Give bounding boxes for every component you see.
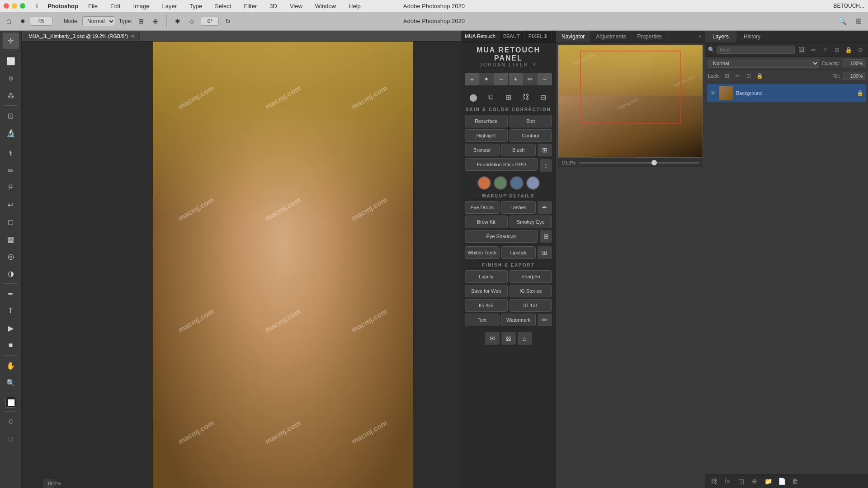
mua-browkit-button[interactable]: Brow Kit — [465, 216, 508, 228]
layer-row-background[interactable]: 👁 Background 🔒 — [707, 84, 866, 102]
mua-watermark-icon[interactable]: ✏ — [538, 314, 552, 326]
tab-properties[interactable]: Properties — [632, 31, 668, 42]
mua-lashes-button[interactable]: Lashes — [501, 201, 536, 214]
mua-blush-icon[interactable]: ⊞ — [538, 144, 552, 156]
mua-minus-button-2[interactable]: − — [538, 73, 552, 85]
tab-navigator[interactable]: Navigator — [556, 31, 590, 42]
move-tool[interactable]: ✛ — [3, 33, 19, 49]
tab-layers[interactable]: Layers — [705, 31, 736, 42]
gradient-tool[interactable]: ▦ — [3, 231, 19, 247]
path-select-tool[interactable]: ▶ — [3, 320, 19, 336]
type-grid-button[interactable]: ⊞ — [136, 16, 146, 26]
home-button[interactable]: ⌂ — [4, 15, 14, 27]
minimize-button[interactable] — [12, 3, 17, 9]
mode-select[interactable]: Normal — [82, 16, 115, 26]
shape-tool[interactable]: ■ — [3, 337, 19, 353]
layers-group-button[interactable]: 📁 — [762, 476, 774, 486]
marquee-tool[interactable]: ⬜ — [3, 53, 19, 69]
history-brush-tool[interactable]: ↩ — [3, 197, 19, 213]
lasso-tool[interactable]: ⌾ — [3, 70, 19, 86]
menu-help[interactable]: Help — [346, 2, 363, 10]
mua-add-button-2[interactable]: + — [509, 73, 523, 85]
magic-wand-tool[interactable]: ⁂ — [3, 87, 19, 103]
menu-3d[interactable]: 3D — [267, 2, 280, 10]
crop-tool[interactable]: ⊡ — [3, 108, 19, 124]
layers-new-button[interactable]: 📄 — [776, 476, 788, 486]
layers-filter-shape[interactable]: ⊞ — [832, 45, 842, 55]
mua-lipstick-icon[interactable]: ⊞ — [538, 246, 552, 259]
tab-adjustments[interactable]: Adjustments — [590, 31, 632, 42]
mua-add-button-1[interactable]: + — [465, 73, 479, 85]
mua-tab-retouch[interactable]: MUA Retouch — [461, 31, 500, 42]
mua-bottom-icon-1[interactable]: ✉ — [485, 332, 500, 345]
menu-view[interactable]: View — [287, 2, 305, 10]
fullscreen-button[interactable] — [20, 3, 25, 9]
tab-history[interactable]: History — [736, 31, 768, 42]
layers-filter-pixel[interactable]: 🖼 — [797, 45, 807, 55]
mua-contour-button[interactable]: Contour — [509, 129, 552, 142]
nav-zoom-slider[interactable] — [579, 162, 699, 164]
layers-filter-smart[interactable]: 🔒 — [844, 45, 854, 55]
mua-tab-pixel[interactable]: PIXEL JI — [525, 31, 552, 42]
mua-sharpen-button[interactable]: Sharpen — [509, 270, 552, 283]
hand-tool[interactable]: ✋ — [3, 357, 19, 374]
stamp-button[interactable]: ✱ — [172, 16, 183, 26]
clone-stamp-tool[interactable]: ⎘ — [3, 179, 19, 196]
mua-bottom-icon-2[interactable]: ⊠ — [501, 332, 516, 345]
layers-adjustment-button[interactable]: ⊕ — [749, 476, 760, 486]
mua-resurface-button[interactable]: Resurface — [465, 115, 508, 127]
menu-filter[interactable]: Filter — [241, 2, 259, 10]
mua-blush-button[interactable]: Blush — [501, 144, 536, 156]
search-button[interactable]: 🔍 — [835, 15, 849, 27]
layers-filter-text[interactable]: T — [820, 45, 830, 55]
layers-filter-adjust[interactable]: ✏ — [808, 45, 818, 55]
blur-tool[interactable]: ◎ — [3, 248, 19, 264]
mua-color-2[interactable] — [494, 176, 507, 190]
text-tool[interactable]: T — [3, 303, 19, 319]
mua-color-4[interactable] — [526, 176, 540, 190]
zoom-tool[interactable]: 🔍 — [3, 375, 19, 391]
mua-lashes-icon[interactable]: ✒ — [538, 201, 552, 214]
layers-delete-button[interactable]: 🗑 — [789, 476, 801, 486]
mua-blot-button[interactable]: Blot — [509, 115, 552, 127]
lock-pixels-button[interactable]: ⊞ — [722, 71, 731, 80]
tab-close-button[interactable]: ✕ — [131, 33, 135, 39]
menu-type[interactable]: Type — [187, 2, 205, 10]
workspace-button[interactable]: ⊞ — [853, 15, 864, 27]
mua-minus-button-1[interactable]: − — [494, 73, 508, 85]
mua-tab-beaut[interactable]: BEAUT' — [500, 31, 525, 42]
layer-visibility-icon[interactable]: 👁 — [710, 89, 716, 97]
menu-layer[interactable]: Layer — [160, 2, 180, 10]
layers-fill-input[interactable] — [843, 72, 865, 80]
lock-artboard-button[interactable]: ⊡ — [744, 71, 753, 80]
mua-sun-button[interactable]: ✦ — [479, 73, 494, 85]
mua-color-1[interactable] — [477, 176, 491, 190]
type-target-button[interactable]: ⊕ — [150, 16, 161, 26]
mua-eyeshadows-icon[interactable]: ⊞ — [540, 230, 552, 243]
mua-texture-button[interactable]: ⧉ — [484, 91, 498, 103]
mua-eyeshadows-button[interactable]: Eye Shadows — [465, 230, 538, 243]
brush-tool-button[interactable]: ● — [18, 15, 28, 27]
layers-blend-mode[interactable]: Normal — [708, 59, 819, 68]
mua-ig-4x5-button[interactable]: IG 4x5 — [465, 299, 508, 312]
mua-grid-button[interactable]: ⊟ — [536, 91, 551, 103]
healing-tool[interactable]: ⚕ — [3, 145, 19, 161]
mua-liquify-button[interactable]: Liquify — [465, 270, 508, 283]
mua-ig-stories-button[interactable]: IG Stories — [509, 285, 552, 297]
foreground-color[interactable] — [5, 397, 16, 408]
pen-tool[interactable]: ✒ — [3, 286, 19, 302]
mua-pencil-button[interactable]: ✏ — [523, 73, 538, 85]
menu-window[interactable]: Window — [312, 2, 339, 10]
menu-image[interactable]: Image — [130, 2, 152, 10]
layers-fx-button[interactable]: fx — [722, 476, 733, 486]
quick-mask-tool[interactable]: ⬡ — [3, 413, 19, 430]
info-panel-close[interactable]: » — [695, 31, 705, 42]
menu-edit[interactable]: Edit — [108, 2, 123, 10]
rotation-button[interactable]: ↻ — [222, 16, 233, 26]
mua-foundation-button[interactable]: Foundation Stick PRO — [465, 158, 538, 171]
mua-whitenteeth-button[interactable]: Whiten Teeth — [465, 246, 500, 259]
mua-highlight-button[interactable]: Highlight — [465, 129, 508, 142]
canvas-background[interactable]: macmj.com macmj.com macmj.com macmj.com … — [22, 42, 461, 488]
eraser-button[interactable]: ◇ — [187, 16, 197, 26]
layers-kind-input[interactable] — [717, 46, 795, 54]
